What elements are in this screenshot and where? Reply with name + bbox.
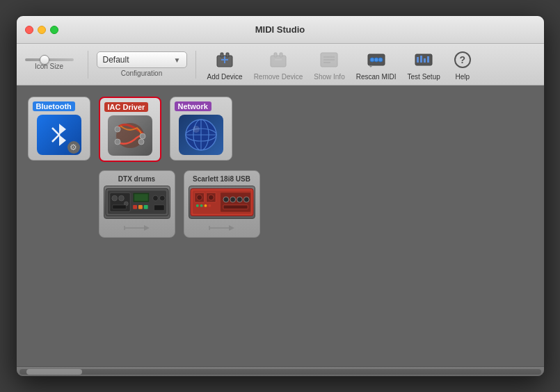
svg-rect-69	[223, 205, 247, 209]
svg-point-26	[115, 126, 120, 132]
svg-rect-24	[427, 56, 429, 63]
svg-point-15	[374, 58, 378, 62]
rescan-midi-button[interactable]: Rescan MIDI	[353, 47, 399, 82]
svg-point-60	[195, 204, 198, 207]
scarlett-connector	[208, 223, 236, 233]
svg-rect-2	[226, 53, 229, 57]
dtx-drums-icon	[104, 186, 170, 219]
svg-rect-23	[424, 58, 426, 63]
svg-point-49	[159, 195, 165, 201]
device-row-1: Bluetooth ⚙ IAC Dri	[28, 97, 533, 162]
remove-device-icon	[267, 49, 289, 71]
svg-point-28	[115, 139, 120, 145]
dtx-drums-label: DTX drums	[118, 175, 155, 183]
rescan-midi-icon	[365, 49, 387, 71]
svg-marker-71	[229, 225, 234, 231]
svg-rect-42	[112, 205, 126, 209]
help-label: Help	[455, 73, 470, 81]
network-icon	[179, 115, 223, 155]
maximize-button[interactable]	[50, 26, 58, 34]
dtx-drums-device[interactable]: DTX drums	[99, 170, 175, 238]
svg-point-39	[111, 195, 117, 201]
test-setup-button[interactable]: Test Setup	[405, 47, 443, 82]
test-setup-label: Test Setup	[408, 73, 440, 81]
svg-point-35	[193, 126, 200, 133]
add-device-button[interactable]: Add Device	[205, 47, 246, 82]
svg-point-14	[370, 58, 374, 62]
help-icon: ?	[451, 49, 474, 71]
svg-point-27	[140, 133, 145, 139]
main-content: Bluetooth ⚙ IAC Dri	[17, 85, 544, 366]
scarlett-icon	[189, 186, 255, 219]
network-device[interactable]: Network	[170, 97, 232, 161]
gear-icon: ⚙	[67, 141, 80, 154]
svg-point-67	[237, 197, 242, 202]
scrollbar-track	[19, 369, 541, 375]
svg-rect-5	[271, 56, 286, 67]
midi-studio-window: MIDI Studio Icon Size Default ▼ Configur…	[16, 15, 545, 377]
svg-point-16	[378, 58, 383, 62]
bluetooth-icon: ⚙	[37, 115, 81, 155]
device-row-2: DTX drums	[28, 170, 533, 238]
svg-point-57	[196, 195, 202, 200]
bluetooth-device[interactable]: Bluetooth ⚙	[28, 97, 90, 161]
svg-rect-45	[133, 205, 137, 209]
remove-device-label: Remove Device	[254, 73, 303, 81]
help-button[interactable]: ? Help	[449, 47, 477, 82]
svg-point-48	[152, 195, 158, 201]
config-value: Default	[103, 55, 129, 65]
svg-marker-52	[144, 225, 150, 231]
dtx-connector	[123, 223, 151, 233]
svg-rect-1	[221, 53, 223, 57]
configuration-wrapper: Default ▼ Configuration	[97, 51, 187, 77]
svg-point-59	[208, 195, 214, 200]
icon-size-slider[interactable]	[25, 58, 74, 61]
svg-rect-44	[134, 194, 148, 201]
network-label: Network	[175, 101, 211, 111]
scrollbar-thumb[interactable]	[26, 369, 82, 375]
test-setup-icon	[413, 49, 435, 71]
icon-size-control: Icon Size	[25, 58, 74, 70]
divider-1	[88, 51, 88, 79]
iac-driver-icon	[108, 115, 152, 156]
svg-point-63	[208, 204, 211, 207]
rescan-midi-label: Rescan MIDI	[356, 73, 397, 81]
close-button[interactable]	[25, 26, 33, 34]
svg-rect-46	[138, 205, 142, 209]
svg-rect-50	[154, 205, 164, 211]
scarlett-label: Scarlett 18i8 USB	[193, 175, 250, 183]
svg-point-66	[230, 197, 235, 202]
configuration-select[interactable]: Default ▼	[97, 51, 187, 68]
add-device-icon	[214, 49, 236, 71]
iac-driver-icon-area	[106, 115, 154, 156]
devices-area: Bluetooth ⚙ IAC Dri	[17, 85, 544, 249]
divider-2	[195, 51, 196, 79]
svg-point-62	[204, 204, 207, 207]
window-title: MIDI Studio	[255, 24, 305, 35]
title-bar: MIDI Studio	[17, 16, 544, 44]
remove-device-button[interactable]: Remove Device	[251, 47, 306, 82]
svg-point-65	[223, 197, 228, 202]
svg-rect-6	[274, 53, 277, 57]
traffic-lights	[25, 26, 58, 34]
show-info-button[interactable]: Show Info	[311, 47, 347, 82]
svg-rect-21	[417, 57, 419, 63]
bluetooth-label: Bluetooth	[33, 101, 75, 111]
show-info-label: Show Info	[314, 73, 344, 81]
scarlett-device[interactable]: Scarlett 18i8 USB	[184, 170, 260, 238]
add-device-label: Add Device	[207, 73, 243, 81]
chevron-down-icon: ▼	[174, 56, 181, 64]
svg-point-40	[118, 195, 124, 201]
svg-point-29	[138, 139, 144, 145]
network-icon-area	[177, 114, 225, 156]
svg-rect-47	[143, 205, 147, 209]
iac-driver-label: IAC Driver	[104, 102, 149, 112]
config-label: Configuration	[121, 70, 162, 77]
svg-point-61	[200, 204, 202, 207]
minimize-button[interactable]	[38, 26, 46, 34]
bluetooth-icon-area: ⚙	[35, 114, 83, 156]
svg-rect-7	[280, 53, 282, 57]
iac-driver-device[interactable]: IAC Driver	[99, 97, 161, 162]
svg-rect-22	[420, 56, 422, 63]
scrollbar[interactable]	[17, 366, 544, 376]
